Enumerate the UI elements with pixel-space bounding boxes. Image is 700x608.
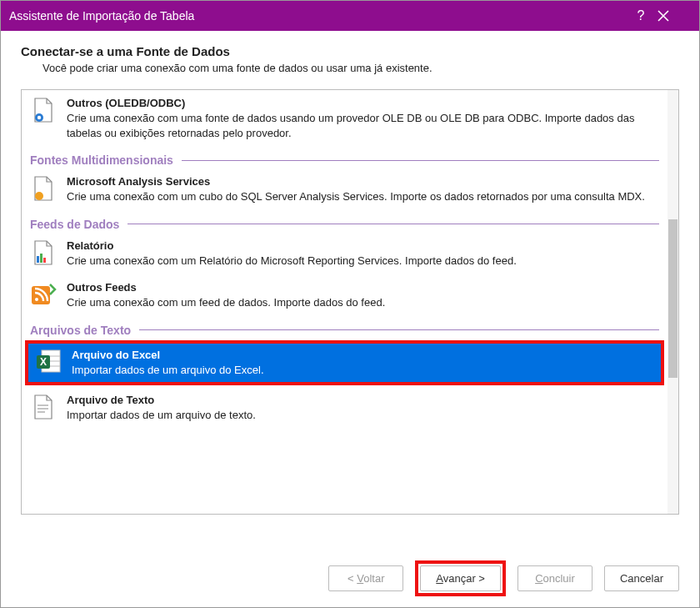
titlebar: Assistente de Importação de Tabela ? xyxy=(1,1,699,31)
item-desc: Importar dados de um arquivo do Excel. xyxy=(72,363,652,378)
item-desc: Crie uma conexão com uma fonte de dados … xyxy=(67,111,658,140)
text-file-icon xyxy=(30,394,57,420)
window-title: Assistente de Importação de Tabela xyxy=(9,9,624,23)
highlight-box-next: Avançar > xyxy=(415,560,506,596)
content-area: Outros (OLEDB/ODBC) Crie uma conexão com… xyxy=(1,81,699,549)
import-wizard-dialog: Assistente de Importação de Tabela ? Con… xyxy=(0,0,700,608)
section-label: Fontes Multidimensionais xyxy=(30,153,173,167)
scrollbar[interactable] xyxy=(668,90,678,514)
excel-icon: X xyxy=(35,349,62,375)
svg-point-2 xyxy=(35,192,43,200)
cancel-button[interactable]: Cancelar xyxy=(604,565,679,591)
back-button[interactable]: < Voltar xyxy=(328,565,403,591)
item-desc: Crie uma conexão com um Relatório do Mic… xyxy=(67,254,658,269)
section-label: Arquivos de Texto xyxy=(30,324,131,337)
source-item-excel[interactable]: X Arquivo do Excel Importar dados de um … xyxy=(27,342,662,384)
cube-icon xyxy=(30,175,57,202)
item-title: Outros Feeds xyxy=(67,281,658,294)
item-title: Outros (OLEDB/ODBC) xyxy=(67,97,658,109)
section-divider xyxy=(182,160,659,161)
section-label: Feeds de Dados xyxy=(30,218,119,231)
source-item-analysis-services[interactable]: Microsoft Analysis Services Crie uma con… xyxy=(22,168,668,211)
help-button[interactable]: ? xyxy=(624,8,658,23)
svg-rect-5 xyxy=(43,258,46,263)
svg-point-7 xyxy=(35,298,38,301)
header: Conectar-se a uma Fonte de Dados Você po… xyxy=(1,31,699,81)
section-multidimensional: Fontes Multidimensionais xyxy=(22,147,668,168)
file-gear-icon xyxy=(30,97,57,123)
item-title: Arquivo de Texto xyxy=(67,394,658,406)
svg-rect-4 xyxy=(40,254,42,263)
source-item-text-file[interactable]: Arquivo de Texto Importar dados de um ar… xyxy=(22,387,668,430)
item-desc: Importar dados de um arquivo de texto. xyxy=(67,408,658,423)
source-item-report[interactable]: Relatório Crie uma conexão com um Relató… xyxy=(22,233,668,275)
svg-text:X: X xyxy=(40,356,47,368)
section-text-files: Arquivos de Texto xyxy=(22,317,668,339)
source-list-frame: Outros (OLEDB/ODBC) Crie uma conexão com… xyxy=(21,89,679,515)
section-feeds: Feeds de Dados xyxy=(22,211,668,233)
report-icon xyxy=(30,239,57,266)
svg-rect-3 xyxy=(37,256,39,263)
item-title: Arquivo do Excel xyxy=(72,349,652,361)
footer: < Voltar Avançar > Concluir Cancelar xyxy=(1,549,699,607)
close-button[interactable] xyxy=(658,10,691,22)
page-subtitle: Você pode criar uma conexão com uma font… xyxy=(21,62,679,74)
next-button[interactable]: Avançar > xyxy=(420,565,501,591)
source-item-other-feeds[interactable]: Outros Feeds Crie uma conexão com um fee… xyxy=(22,274,668,317)
feed-icon xyxy=(30,281,57,308)
item-desc: Crie uma conexão com um cubo do SQL Serv… xyxy=(67,189,658,204)
section-divider xyxy=(139,329,659,330)
item-title: Relatório xyxy=(67,239,658,252)
finish-button[interactable]: Concluir xyxy=(518,565,592,591)
highlight-box-excel: X Arquivo do Excel Importar dados de um … xyxy=(27,342,662,384)
svg-point-1 xyxy=(38,116,41,119)
page-title: Conectar-se a uma Fonte de Dados xyxy=(21,44,679,58)
item-title: Microsoft Analysis Services xyxy=(67,175,658,188)
section-divider xyxy=(128,224,659,224)
scrollbar-thumb[interactable] xyxy=(668,219,678,378)
source-item-oledb[interactable]: Outros (OLEDB/ODBC) Crie uma conexão com… xyxy=(22,90,668,147)
source-list: Outros (OLEDB/ODBC) Crie uma conexão com… xyxy=(22,90,668,514)
item-desc: Crie uma conexão com um feed de dados. I… xyxy=(67,295,658,310)
